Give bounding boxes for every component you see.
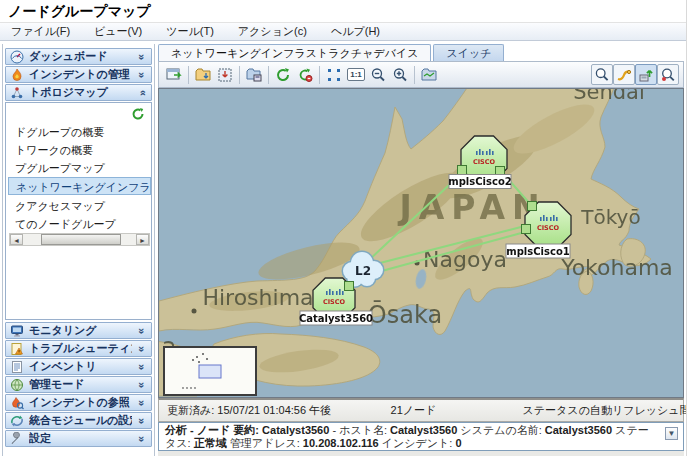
overview-inset[interactable] [164, 347, 256, 395]
zoom-in-icon[interactable] [389, 64, 411, 85]
tab-switches[interactable]: スイッチ [433, 44, 504, 62]
monitoring-icon [10, 324, 24, 338]
open-in-new-window-icon[interactable] [163, 64, 185, 85]
save-map-icon[interactable] [214, 64, 236, 85]
sidebar-item-group-map[interactable]: プグループマップ [8, 159, 151, 177]
chevron-up-icon: » [137, 88, 147, 98]
quick-find-icon[interactable] [613, 64, 635, 85]
interface-port-icon[interactable] [522, 225, 531, 234]
incident-browsing-icon [10, 396, 24, 410]
management-mode-icon [10, 378, 24, 392]
menu-bar: ファイル(F) ビュー(V) ツール(T) アクション(c) ヘルプ(H) [0, 22, 687, 41]
toolbar-right-group [591, 64, 679, 85]
actual-size-icon[interactable]: 1:1 [345, 64, 367, 85]
chevron-down-icon: » [137, 416, 147, 426]
horizontal-scrollbar[interactable]: ◄ ► [9, 233, 150, 246]
map-toolbar: 1:1 [158, 61, 684, 88]
sidebar-panel-integration-module[interactable]: 統合モジュールの設定 » [5, 412, 152, 429]
refresh-icon[interactable] [272, 64, 294, 85]
menu-tools[interactable]: ツール(T) [155, 22, 227, 41]
sidebar-panel-incident-browsing[interactable]: インシデントの参照 » [5, 394, 152, 411]
last-updated-text: 更新済み: 15/07/21 01:04:56 午後 [167, 403, 391, 418]
scrollbar-thumb[interactable] [41, 234, 121, 245]
sidebar-panel-troubleshooting[interactable]: トラブルシューティング » [5, 340, 152, 357]
city-label-yokohama: Yokohama [560, 255, 673, 280]
sidebar-panel-inventory[interactable]: インベントリ » [5, 358, 152, 375]
topology-map-canvas[interactable]: Sendai JAPAN Tōkyō Yokohama Nagoya Ōsaka… [158, 88, 684, 398]
troubleshooting-icon [10, 342, 24, 356]
sidebar-item-all-node-groups[interactable]: てのノードグループ [8, 215, 151, 233]
dashboard-icon [10, 50, 24, 64]
integration-module-icon [10, 414, 24, 428]
topology-map-icon [10, 86, 24, 100]
sidebar-item-quick-access-map[interactable]: クアクセスマップ [8, 197, 151, 215]
overview-viewport-rect[interactable] [199, 365, 221, 378]
interface-port-icon[interactable] [458, 166, 467, 175]
region-label-japan: JAPAN [397, 188, 546, 227]
sidebar-panel-configuration[interactable]: 設定 » [5, 430, 152, 447]
menu-file[interactable]: ファイル(F) [0, 22, 83, 41]
analysis-mgmt-address-value: 10.208.102.116 [303, 437, 379, 449]
cloud-label: L2 [355, 264, 371, 278]
scroll-left-icon[interactable]: ◄ [10, 234, 23, 245]
sidebar-item-networking-infrastructure[interactable]: ネットワーキングインフラストラクチ [8, 177, 151, 195]
sidebar-panel-label: トポロジマップ [29, 85, 132, 100]
analysis-hostname-label: - ホスト名: [329, 424, 390, 436]
svg-text:CISCO: CISCO [473, 158, 496, 166]
menu-help[interactable]: ヘルプ(H) [320, 22, 393, 41]
open-map-icon[interactable] [192, 64, 214, 85]
refresh-icon[interactable] [131, 107, 145, 121]
fit-in-view-icon[interactable] [323, 64, 345, 85]
status-refresh-icon[interactable] [294, 64, 316, 85]
analysis-incidents-value: 0 [455, 437, 461, 449]
chevron-down-icon: » [137, 380, 147, 390]
sidebar-item-node-group-overview[interactable]: ドグループの概要 [8, 123, 151, 141]
auto-refresh-text: ステータスの自動リフレッシュ間隔: 60秒 [523, 403, 675, 418]
analysis-title: 分析 - ノード 要約: [165, 424, 262, 436]
sidebar-panel-incident-management[interactable]: インシデントの管理 » [5, 66, 152, 83]
node-count-text: 21ノード [391, 403, 523, 418]
interface-port-icon[interactable] [528, 202, 537, 211]
export-map-icon[interactable] [243, 64, 265, 85]
chevron-down-icon: » [137, 362, 147, 372]
analysis-incidents-label: インシデント: [379, 437, 456, 449]
main-content: ネットワーキングインフラストラクチャデバイス スイッチ 1:1 [158, 44, 684, 456]
find-attached-icon[interactable] [657, 64, 679, 85]
city-label-hiroshima: Hiroshima [202, 285, 313, 310]
toolbar-separator [188, 66, 189, 84]
sidebar-panel-label: モニタリング [29, 323, 132, 338]
svg-text:CISCO: CISCO [537, 224, 560, 232]
node-label: mplsCisco1 [506, 246, 569, 257]
collapse-analysis-icon[interactable]: ▼ [665, 427, 678, 440]
interface-port-icon[interactable] [345, 282, 354, 291]
sidebar-panel-monitoring[interactable]: モニタリング » [5, 322, 152, 339]
toolbar-separator [414, 66, 415, 84]
sidebar-panel-dashboard[interactable]: ダッシュボード » [5, 48, 152, 65]
city-label-osaka: Ōsaka [368, 300, 442, 329]
chevron-down-icon: » [137, 434, 147, 444]
map-settings-icon[interactable] [418, 64, 440, 85]
city-label-nagoya: Nagoya [423, 247, 507, 272]
tab-networking-infrastructure-devices[interactable]: ネットワーキングインフラストラクチャデバイス [158, 44, 431, 62]
chevron-down-icon: » [137, 70, 147, 80]
inventory-icon [10, 360, 24, 374]
menu-view[interactable]: ビュー(V) [83, 22, 155, 41]
menu-actions[interactable]: アクション(c) [227, 22, 320, 41]
sidebar-panel-label: トラブルシューティング [29, 341, 132, 356]
sidebar-panel-label: インベントリ [29, 359, 132, 374]
chevron-down-icon: » [137, 344, 147, 354]
svg-text:CISCO: CISCO [323, 298, 346, 306]
endpoint-filter-icon[interactable] [635, 64, 657, 85]
sidebar-panel-label: 設定 [29, 431, 132, 446]
sidebar-panel-topology-maps[interactable]: トポロジマップ » [5, 84, 152, 101]
zoom-out-icon[interactable] [367, 64, 389, 85]
city-label-tokyo: Tōkyō [580, 205, 640, 229]
page-title: ノードグループマップ [8, 3, 151, 21]
sidebar-panel-management-mode[interactable]: 管理モード » [5, 376, 152, 393]
sidebar-panel-label: 管理モード [29, 377, 132, 392]
sidebar-panel-label: ダッシュボード [29, 49, 132, 64]
sidebar-item-network-overview[interactable]: トワークの概要 [8, 141, 151, 159]
analysis-sysname-value: Catalyst3560 [545, 424, 612, 436]
find-icon[interactable] [591, 64, 613, 85]
scroll-right-icon[interactable]: ► [136, 234, 149, 245]
